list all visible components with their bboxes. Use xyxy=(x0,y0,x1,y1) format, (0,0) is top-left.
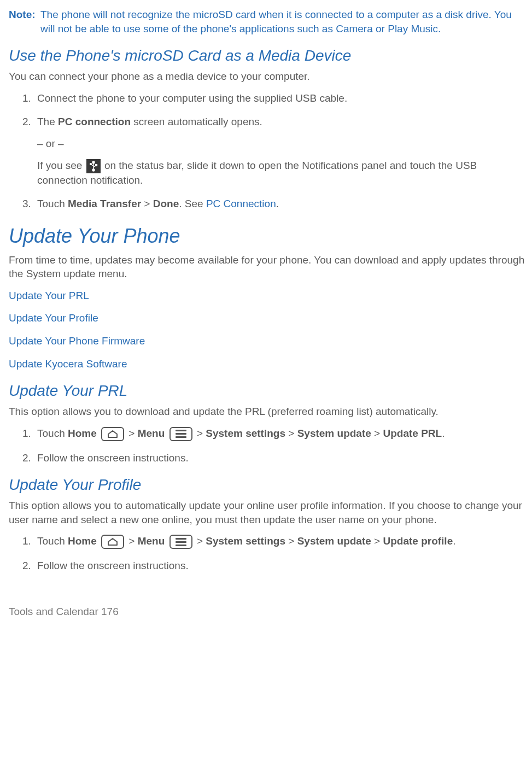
list-item: Touch Home > Menu > System settings > Sy… xyxy=(34,426,525,441)
list-item: Touch Media Transfer > Done. See PC Conn… xyxy=(34,197,525,211)
t: > xyxy=(126,428,138,439)
link-update-profile[interactable]: Update Your Profile xyxy=(9,312,98,324)
note-label: Note: xyxy=(9,8,40,36)
t: Touch xyxy=(37,428,68,439)
link-update-prl[interactable]: Update Your PRL xyxy=(9,290,89,301)
step-text: Follow the onscreen instructions. xyxy=(37,452,189,464)
t: > xyxy=(371,428,383,439)
t: System settings xyxy=(206,428,285,439)
intro-update-profile: This option allows you to automatically … xyxy=(9,499,525,526)
step-or: – or – xyxy=(37,137,525,151)
menu-icon xyxy=(169,427,192,441)
link-pc-connection[interactable]: PC Connection xyxy=(206,198,276,209)
step-alt-post: on the status bar, slide it down to open… xyxy=(37,160,477,186)
link-update-kyocera[interactable]: Update Kyocera Software xyxy=(9,358,127,370)
home-icon xyxy=(101,535,124,549)
steps-media-device: Connect the phone to your computer using… xyxy=(9,91,525,211)
step-text-bold: PC connection xyxy=(58,116,131,127)
update-toc: Update Your PRL Update Your Profile Upda… xyxy=(9,289,525,371)
list-item: Touch Home > Menu > System settings > Sy… xyxy=(34,534,525,549)
t: . See xyxy=(179,198,206,209)
step-text-pre: The xyxy=(37,116,58,127)
footer-page-number: 176 xyxy=(101,606,119,617)
t: Update profile xyxy=(383,535,453,547)
step-alt-pre: If you see xyxy=(37,160,85,171)
steps-update-profile: Touch Home > Menu > System settings > Sy… xyxy=(9,534,525,573)
step-text: Follow the onscreen instructions. xyxy=(37,560,189,571)
t: . xyxy=(453,535,455,547)
footer-section: Tools and Calendar xyxy=(9,606,98,617)
svg-point-2 xyxy=(90,163,91,165)
list-item: Follow the onscreen instructions. xyxy=(34,451,525,465)
t: Touch xyxy=(37,198,68,209)
intro-media-device: You can connect your phone as a media de… xyxy=(9,69,525,84)
t: > xyxy=(371,535,383,547)
list-item: Follow the onscreen instructions. xyxy=(34,559,525,573)
t: Touch xyxy=(37,535,68,547)
usb-icon xyxy=(86,159,101,173)
intro-update-prl: This option allows you to download and u… xyxy=(9,405,525,419)
t: > xyxy=(194,535,206,547)
t: Home xyxy=(68,428,97,439)
list-item: Connect the phone to your computer using… xyxy=(34,91,525,106)
heading-update-profile: Update Your Profile xyxy=(9,475,525,495)
t: Menu xyxy=(138,535,165,547)
page-footer: Tools and Calendar 176 xyxy=(9,605,525,619)
t: . xyxy=(276,198,279,209)
svg-rect-3 xyxy=(95,164,97,166)
intro-update-phone: From time to time, updates may become av… xyxy=(9,253,525,281)
note-callout: Note: The phone will not recognize the m… xyxy=(9,8,525,36)
t: > xyxy=(126,535,138,547)
svg-point-4 xyxy=(92,169,95,171)
heading-update-phone: Update Your Phone xyxy=(9,223,525,250)
list-item: The PC connection screen automatically o… xyxy=(34,115,525,187)
t: Media Transfer xyxy=(68,198,141,209)
step-text-post: screen automatically opens. xyxy=(131,116,262,127)
step-text: Connect the phone to your computer using… xyxy=(37,92,347,104)
heading-update-prl: Update Your PRL xyxy=(9,380,525,401)
t: System update xyxy=(297,535,371,547)
t: . xyxy=(442,428,445,439)
home-icon xyxy=(101,427,124,441)
link-update-firmware[interactable]: Update Your Phone Firmware xyxy=(9,335,145,347)
t: > xyxy=(285,535,297,547)
t: > xyxy=(141,198,153,209)
t: Update PRL xyxy=(383,428,442,439)
t: > xyxy=(194,428,206,439)
t: Done xyxy=(153,198,179,209)
step-alt: If you see on the status bar, slide it d… xyxy=(37,159,525,188)
t: Home xyxy=(68,535,97,547)
t: Menu xyxy=(138,428,165,439)
t: > xyxy=(285,428,297,439)
menu-icon xyxy=(169,535,192,549)
note-body: The phone will not recognize the microSD… xyxy=(40,8,525,36)
steps-update-prl: Touch Home > Menu > System settings > Sy… xyxy=(9,426,525,465)
t: System settings xyxy=(206,535,285,547)
heading-media-device: Use the Phone's microSD Card as a Media … xyxy=(9,45,525,66)
t: System update xyxy=(297,428,371,439)
